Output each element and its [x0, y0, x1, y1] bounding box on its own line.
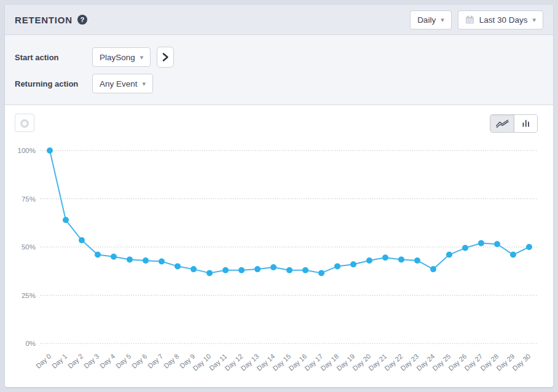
- data-point[interactable]: [175, 263, 181, 269]
- date-range-dropdown[interactable]: Last 30 Days ▾: [458, 10, 543, 29]
- data-point[interactable]: [143, 257, 149, 264]
- calendar-icon: [465, 15, 474, 24]
- y-axis-tick-label: 50%: [22, 243, 36, 251]
- returning-action-dropdown[interactable]: Any Event ▾: [92, 74, 153, 93]
- x-axis-tick-label: Day 3: [82, 353, 100, 370]
- data-point[interactable]: [526, 244, 532, 250]
- x-axis-tick-label: Day 6: [130, 353, 148, 370]
- y-axis-tick-label: 100%: [18, 147, 36, 154]
- y-axis-tick-label: 75%: [22, 195, 36, 203]
- date-range-value: Last 30 Days: [479, 15, 528, 25]
- x-axis-tick-label: Day 1: [50, 353, 68, 370]
- data-point[interactable]: [222, 267, 229, 273]
- chevron-down-icon: ▾: [441, 17, 444, 23]
- x-axis-tick-label: Day 2: [66, 353, 84, 370]
- x-axis-tick-label: Day 0: [34, 353, 52, 370]
- widget-header: RETENTION ? Daily ▾ Last: [5, 5, 553, 35]
- x-axis-tick-label: Day 7: [146, 353, 164, 370]
- retention-line-chart[interactable]: 100%75%50%25%0%Day 0Day 1Day 2Day 3Day 4…: [5, 105, 553, 386]
- data-point[interactable]: [334, 263, 340, 269]
- x-axis-tick-label: Day 30: [511, 353, 532, 372]
- data-point[interactable]: [414, 257, 420, 264]
- data-point[interactable]: [254, 266, 261, 272]
- data-point[interactable]: [430, 266, 436, 272]
- x-axis-tick-label: Day 10: [191, 353, 212, 372]
- start-action-row: Start action PlaySong ▾: [15, 47, 543, 68]
- data-point[interactable]: [446, 252, 452, 258]
- y-axis-tick-label: 0%: [25, 340, 36, 347]
- x-axis-tick-label: Day 4: [98, 353, 116, 370]
- help-icon[interactable]: ?: [77, 15, 87, 25]
- data-point[interactable]: [47, 147, 53, 154]
- start-action-dropdown[interactable]: PlaySong ▾: [92, 47, 151, 67]
- expand-start-action-button[interactable]: [157, 47, 174, 68]
- chevron-right-icon: [162, 52, 169, 62]
- returning-action-label: Returning action: [15, 79, 92, 88]
- data-point[interactable]: [510, 252, 516, 258]
- data-point[interactable]: [95, 252, 101, 258]
- chevron-down-icon: ▾: [532, 17, 536, 23]
- x-axis-tick-label: Day 5: [114, 353, 132, 370]
- data-point[interactable]: [382, 254, 388, 261]
- granularity-value: Daily: [417, 15, 436, 25]
- data-point[interactable]: [350, 261, 356, 267]
- action-config-section: Start action PlaySong ▾ Returning action…: [5, 35, 553, 105]
- data-point[interactable]: [111, 254, 117, 260]
- start-action-label: Start action: [15, 53, 92, 62]
- data-point[interactable]: [462, 245, 468, 251]
- granularity-dropdown[interactable]: Daily ▾: [410, 10, 452, 29]
- returning-action-value: Any Event: [100, 79, 138, 88]
- data-point[interactable]: [270, 264, 277, 270]
- data-point[interactable]: [63, 217, 69, 223]
- data-point[interactable]: [398, 256, 404, 262]
- start-action-value: PlaySong: [100, 53, 135, 62]
- returning-action-row: Returning action Any Event ▾: [15, 74, 543, 93]
- retention-series-line: [50, 151, 529, 273]
- page-title: RETENTION: [15, 15, 73, 25]
- x-axis-tick-label: Day 8: [162, 353, 180, 370]
- chevron-down-icon: ▾: [143, 80, 146, 87]
- data-point[interactable]: [478, 240, 484, 246]
- data-point[interactable]: [191, 266, 197, 272]
- retention-widget: RETENTION ? Daily ▾ Last: [5, 5, 553, 387]
- data-point[interactable]: [238, 267, 245, 273]
- data-point[interactable]: [159, 259, 165, 265]
- data-point[interactable]: [79, 237, 85, 243]
- data-point[interactable]: [286, 267, 293, 273]
- data-point[interactable]: [302, 267, 308, 273]
- y-axis-tick-label: 25%: [22, 292, 36, 299]
- data-point[interactable]: [494, 241, 500, 247]
- data-point[interactable]: [206, 270, 213, 276]
- data-point[interactable]: [366, 257, 372, 264]
- chart-panel: 100%75%50%25%0%Day 0Day 1Day 2Day 3Day 4…: [5, 105, 553, 387]
- data-point[interactable]: [127, 256, 133, 262]
- data-point[interactable]: [318, 270, 324, 276]
- chevron-down-icon: ▾: [140, 54, 144, 61]
